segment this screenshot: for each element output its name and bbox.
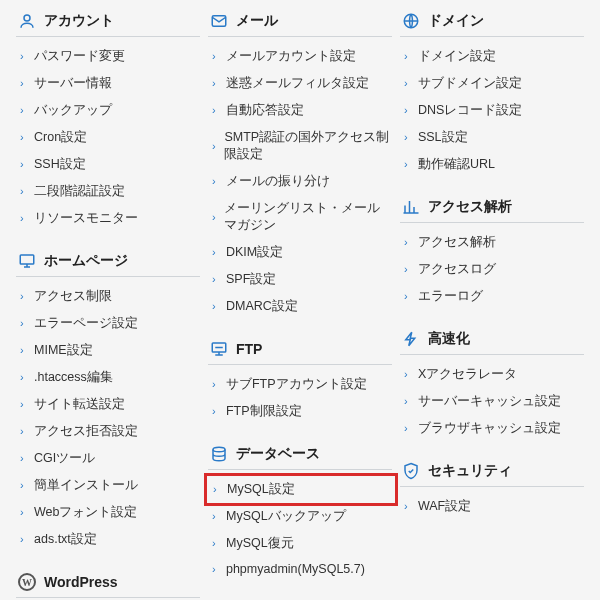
section-header-domain[interactable]: ドメイン (400, 4, 584, 37)
section-header-mail[interactable]: メール (208, 4, 392, 37)
menu-item[interactable]: ›MySQLバックアップ (210, 503, 392, 530)
section-title: 高速化 (428, 330, 470, 348)
menu-item[interactable]: ›Webフォント設定 (18, 499, 200, 526)
menu-item[interactable]: ›SSH設定 (18, 151, 200, 178)
mail-icon (210, 12, 228, 30)
section-homepage: ホームページ›アクセス制限›エラーページ設定›MIME設定›.htaccess編… (16, 244, 200, 561)
menu-item[interactable]: ›アクセス制限 (18, 283, 200, 310)
menu-item[interactable]: ›MySQL復元 (210, 530, 392, 557)
menu-item[interactable]: ›CGIツール (18, 445, 200, 472)
section-header-access[interactable]: アクセス解析 (400, 190, 584, 223)
menu-item-label: SMTP認証の国外アクセス制限設定 (224, 129, 389, 163)
menu-item[interactable]: ›DKIM設定 (210, 239, 392, 266)
chevron-right-icon: › (20, 186, 28, 197)
menu-item[interactable]: ›ads.txt設定 (18, 526, 200, 553)
menu-item-label: ads.txt設定 (34, 531, 97, 548)
chevron-right-icon: › (20, 372, 28, 383)
menu-item-label: DNSレコード設定 (418, 102, 522, 119)
menu-item[interactable]: ›簡単インストール (18, 472, 200, 499)
chevron-right-icon: › (20, 345, 28, 356)
section-header-speed[interactable]: 高速化 (400, 322, 584, 355)
section-header-homepage[interactable]: ホームページ (16, 244, 200, 277)
section-account: アカウント›パスワード変更›サーバー情報›バックアップ›Cron設定›SSH設定… (16, 4, 200, 240)
section-mail: メール›メールアカウント設定›迷惑メールフィルタ設定›自動応答設定›SMTP認証… (208, 4, 392, 328)
menu-item[interactable]: ›DNSレコード設定 (402, 97, 584, 124)
menu-item[interactable]: ›ドメイン設定 (402, 43, 584, 70)
section-title: FTP (236, 341, 262, 357)
menu-item[interactable]: ›SPF設定 (210, 266, 392, 293)
menu-item[interactable]: ›サイト転送設定 (18, 391, 200, 418)
menu-item[interactable]: ›リソースモニター (18, 205, 200, 232)
section-title: メール (236, 12, 278, 30)
menu-item[interactable]: ›メーリングリスト・メールマガジン (210, 195, 392, 239)
menu-item[interactable]: ›迷惑メールフィルタ設定 (210, 70, 392, 97)
menu-item-label: アクセス制限 (34, 288, 112, 305)
section-list: ›アクセス解析›アクセスログ›エラーログ (400, 223, 584, 318)
menu-item[interactable]: ›DMARC設定 (210, 293, 392, 320)
chevron-right-icon: › (20, 78, 28, 89)
chart-icon (402, 198, 420, 216)
chevron-right-icon: › (404, 105, 412, 116)
menu-item[interactable]: ›Xアクセラレータ (402, 361, 584, 388)
speed-icon (402, 330, 420, 348)
menu-item[interactable]: ›二段階認証設定 (18, 178, 200, 205)
section-header-database[interactable]: データベース (208, 437, 392, 470)
section-header-php[interactable]: phpPHP (208, 593, 392, 600)
menu-item[interactable]: ›パスワード変更 (18, 43, 200, 70)
section-title: ホームページ (44, 252, 128, 270)
menu-item[interactable]: ›アクセス拒否設定 (18, 418, 200, 445)
column-1: アカウント›パスワード変更›サーバー情報›バックアップ›Cron設定›SSH設定… (12, 4, 204, 600)
menu-item[interactable]: ›メールアカウント設定 (210, 43, 392, 70)
chevron-right-icon: › (212, 247, 220, 258)
menu-item[interactable]: ›メールの振り分け (210, 168, 392, 195)
menu-item[interactable]: ›サブFTPアカウント設定 (210, 371, 392, 398)
section-list: ›Xアクセラレータ›サーバーキャッシュ設定›ブラウザキャッシュ設定 (400, 355, 584, 450)
menu-item-label: SSL設定 (418, 129, 468, 146)
menu-item-label: FTP制限設定 (226, 403, 302, 420)
menu-item[interactable]: ›サーバー情報 (18, 70, 200, 97)
chevron-right-icon: › (212, 212, 218, 223)
shield-icon (402, 462, 420, 480)
menu-item-label: MySQL復元 (226, 535, 294, 552)
menu-item-label: Xアクセラレータ (418, 366, 517, 383)
menu-item-label: 動作確認URL (418, 156, 495, 173)
menu-item[interactable]: ›サブドメイン設定 (402, 70, 584, 97)
section-header-ftp[interactable]: FTP (208, 332, 392, 365)
menu-item[interactable]: ›アクセス解析 (402, 229, 584, 256)
menu-item[interactable]: ›.htaccess編集 (18, 364, 200, 391)
menu-item-label: Cron設定 (34, 129, 87, 146)
section-header-security[interactable]: セキュリティ (400, 454, 584, 487)
menu-item[interactable]: ›動作確認URL (402, 151, 584, 178)
menu-item[interactable]: ›FTP制限設定 (210, 398, 392, 425)
chevron-right-icon: › (212, 274, 220, 285)
menu-item-label: 二段階認証設定 (34, 183, 125, 200)
chevron-right-icon: › (20, 318, 28, 329)
chevron-right-icon: › (212, 564, 220, 575)
chevron-right-icon: › (20, 159, 28, 170)
menu-item[interactable]: ›MIME設定 (18, 337, 200, 364)
section-header-account[interactable]: アカウント (16, 4, 200, 37)
menu-item[interactable]: ›エラーログ (402, 283, 584, 310)
section-php: phpPHP›PHP Ver.切替 (208, 593, 392, 600)
menu-item[interactable]: ›バックアップ (18, 97, 200, 124)
menu-item[interactable]: ›エラーページ設定 (18, 310, 200, 337)
menu-item[interactable]: ›自動応答設定 (210, 97, 392, 124)
menu-item[interactable]: ›MySQL設定 (204, 473, 398, 506)
section-header-wordpress[interactable]: WWordPress (16, 565, 200, 598)
menu-item[interactable]: ›phpmyadmin(MySQL5.7) (210, 557, 392, 581)
menu-item[interactable]: ›SSL設定 (402, 124, 584, 151)
menu-item-label: メールアカウント設定 (226, 48, 356, 65)
menu-item[interactable]: ›アクセスログ (402, 256, 584, 283)
menu-item-label: .htaccess編集 (34, 369, 113, 386)
menu-item[interactable]: ›ブラウザキャッシュ設定 (402, 415, 584, 442)
menu-item[interactable]: ›Cron設定 (18, 124, 200, 151)
menu-item[interactable]: ›SMTP認証の国外アクセス制限設定 (210, 124, 392, 168)
menu-item-label: メーリングリスト・メールマガジン (224, 200, 390, 234)
menu-item[interactable]: ›サーバーキャッシュ設定 (402, 388, 584, 415)
menu-item[interactable]: ›WAF設定 (402, 493, 584, 520)
menu-item-label: CGIツール (34, 450, 95, 467)
menu-item-label: SPF設定 (226, 271, 276, 288)
monitor-icon (18, 252, 36, 270)
section-title: セキュリティ (428, 462, 512, 480)
svg-point-0 (24, 15, 30, 21)
